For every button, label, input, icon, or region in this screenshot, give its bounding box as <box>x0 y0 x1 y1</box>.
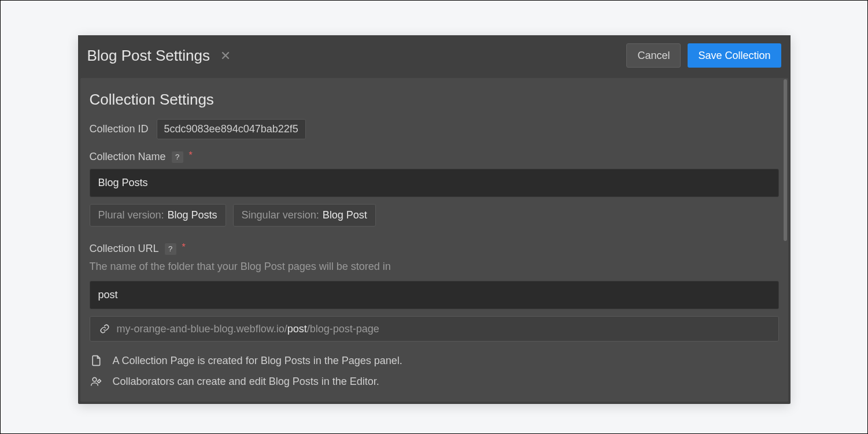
url-preview-prefix: my-orange-and-blue-blog.webflow.io/ <box>117 323 287 335</box>
close-icon[interactable] <box>220 50 231 61</box>
dialog-header: Blog Post Settings Cancel Save Collectio… <box>78 35 791 76</box>
cancel-button[interactable]: Cancel <box>626 43 681 68</box>
settings-dialog: Blog Post Settings Cancel Save Collectio… <box>78 35 791 404</box>
link-icon <box>98 322 111 335</box>
info-row-collab: Collaborators can create and edit Blog P… <box>90 375 779 388</box>
variant-row: Plural version: Blog Posts Singular vers… <box>90 204 779 227</box>
url-preview-slug: post <box>287 323 307 335</box>
collection-url-label: Collection URL <box>90 243 159 255</box>
page-icon <box>90 354 102 367</box>
save-collection-button[interactable]: Save Collection <box>688 43 781 68</box>
plural-value: Blog Posts <box>168 209 217 221</box>
dialog-title: Blog Post Settings <box>87 47 210 65</box>
scrollbar-thumb[interactable] <box>784 79 787 241</box>
plural-chip[interactable]: Plural version: Blog Posts <box>90 204 226 227</box>
singular-value: Blog Post <box>323 209 367 221</box>
collaborators-icon <box>90 375 102 388</box>
dialog-body: Collection Settings Collection ID 5cdc90… <box>80 78 788 402</box>
help-icon[interactable]: ? <box>172 151 183 163</box>
collection-url-helper: The name of the folder that your Blog Po… <box>90 261 779 273</box>
plural-key: Plural version: <box>98 209 164 221</box>
singular-key: Singular version: <box>242 209 319 221</box>
url-preview: my-orange-and-blue-blog.webflow.io/post/… <box>90 316 779 342</box>
info-page-text: A Collection Page is created for Blog Po… <box>113 355 402 367</box>
collection-id-label: Collection ID <box>90 123 149 135</box>
info-row-page: A Collection Page is created for Blog Po… <box>90 354 779 367</box>
info-list: A Collection Page is created for Blog Po… <box>90 354 779 388</box>
url-preview-suffix: /blog-post-page <box>307 323 379 335</box>
section-title: Collection Settings <box>90 91 779 109</box>
required-marker: * <box>182 243 186 252</box>
required-marker: * <box>189 151 193 160</box>
collection-url-input[interactable] <box>90 281 779 309</box>
collection-id-row: Collection ID 5cdc9083ee894c047bab22f5 <box>90 119 779 139</box>
collection-url-label-row: Collection URL ? * <box>90 243 779 255</box>
svg-point-0 <box>93 377 97 381</box>
collection-id-value[interactable]: 5cdc9083ee894c047bab22f5 <box>157 119 306 139</box>
collection-name-input[interactable] <box>90 169 779 197</box>
help-icon[interactable]: ? <box>165 243 176 255</box>
collection-name-label: Collection Name <box>90 151 166 163</box>
info-collab-text: Collaborators can create and edit Blog P… <box>113 376 379 388</box>
singular-chip[interactable]: Singular version: Blog Post <box>233 204 376 227</box>
collection-name-label-row: Collection Name ? * <box>90 151 779 163</box>
